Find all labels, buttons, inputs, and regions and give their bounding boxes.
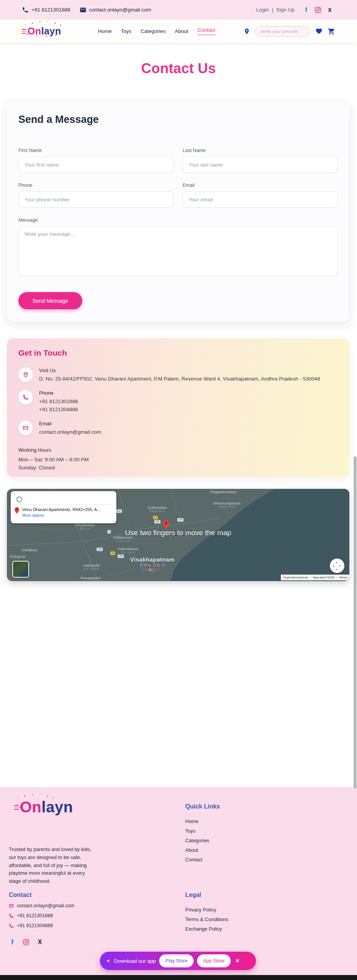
- nav-toys[interactable]: Toys: [121, 28, 132, 34]
- terms-link[interactable]: Terms: [337, 576, 349, 579]
- first-name-input[interactable]: [18, 157, 174, 173]
- footer-contact-phone-2[interactable]: +91 8121304888: [9, 923, 74, 928]
- nav-home[interactable]: Home: [98, 28, 112, 34]
- logo-speed-lines: [22, 29, 26, 34]
- nav-about[interactable]: About: [175, 28, 188, 34]
- mail-icon: [80, 7, 86, 13]
- nav-contact[interactable]: Contact: [197, 27, 215, 35]
- message-field-group: Message: [18, 217, 338, 278]
- signup-link[interactable]: Sign Up: [276, 7, 295, 13]
- instagram-icon[interactable]: [315, 7, 321, 13]
- phone-field-group: Phone: [18, 183, 174, 207]
- map-label-peda-narava: Peda Naravaపెద నరవ: [118, 547, 138, 555]
- send-message-card: Send a Message First Name Last Name Phon…: [7, 101, 349, 322]
- message-label: Message: [18, 217, 338, 223]
- footer-contact-title: Contact: [9, 892, 74, 898]
- auth-separator: |: [272, 7, 273, 13]
- map-label-rolugunta: Rolugunta: [10, 555, 26, 559]
- email-field-group: Email: [183, 183, 338, 207]
- footer-instagram-icon[interactable]: [23, 939, 29, 946]
- page-title: Contact Us: [0, 60, 357, 77]
- google-map-embed[interactable]: Thagarapuvalasa Kothavalasaకొత్తవలస Bhee…: [7, 489, 349, 581]
- topbar-auth-group: Login | Sign Up f X: [256, 7, 333, 13]
- logo-confetti: [25, 24, 26, 25]
- get-in-touch-card: Get in Touch Visit Us D. No. 25-84/42/FF…: [7, 338, 349, 477]
- footer-facebook-icon[interactable]: f: [9, 939, 16, 946]
- x-twitter-icon[interactable]: X: [326, 7, 333, 13]
- footer-phone-icon-1: [9, 913, 14, 918]
- footer-link-contact[interactable]: Contact: [185, 857, 220, 862]
- footer-contact-block: Contact contact.onlayn@gmail.com +91 812…: [9, 892, 74, 928]
- map-label-anakapalle: Anakapalleఅనకాపల్లి: [83, 564, 100, 571]
- phone-icon: [22, 7, 29, 13]
- logo-text-layn: layn: [41, 26, 61, 37]
- download-app-bar: ✦ Download our app Play Store App Store …: [100, 952, 256, 970]
- footer-legal-block: Legal Privacy Policy Terms & Conditions …: [185, 892, 228, 932]
- download-bar-close-icon[interactable]: ×: [236, 957, 240, 965]
- cart-icon[interactable]: [328, 28, 335, 35]
- visit-pin-icon: [18, 368, 33, 382]
- footer-quick-links: Quick Links Home Toys Categories About C…: [185, 803, 220, 862]
- map-red-marker[interactable]: [163, 520, 169, 529]
- quick-links-title: Quick Links: [185, 803, 220, 810]
- header-actions: [243, 26, 335, 37]
- phone-number-1: +91 8121301888: [39, 398, 78, 406]
- footer-link-toys[interactable]: Toys: [185, 828, 220, 834]
- footer-contact-phone-1[interactable]: +91 8121301888: [9, 913, 74, 918]
- email-circle-icon: [18, 421, 33, 435]
- facebook-icon[interactable]: f: [303, 7, 310, 13]
- google-logo: Google: [142, 567, 159, 572]
- footer-link-about[interactable]: About: [185, 847, 220, 853]
- topbar-email-link[interactable]: contact.onlayn@gmail.com: [80, 7, 151, 13]
- map-info-card: Venu Dharani Apartments, R942+255, A... …: [11, 491, 116, 523]
- route-badge-16-b: 16: [110, 551, 115, 555]
- map-pan-control[interactable]: ▴ ▾ ◂ ▸: [330, 559, 344, 573]
- more-options-link[interactable]: More options: [22, 513, 101, 518]
- footer-link-privacy[interactable]: Privacy Policy: [185, 907, 228, 913]
- email-input[interactable]: [183, 191, 338, 207]
- page-scrollbar-thumb[interactable]: [354, 456, 357, 789]
- footer-about-text: Trusted by parents and loved by kids, ou…: [9, 846, 95, 885]
- footer-x-twitter-icon[interactable]: X: [36, 939, 43, 946]
- form-heading: Send a Message: [18, 114, 338, 126]
- topbar-phone-text: +91 8121301888: [31, 7, 70, 13]
- message-textarea[interactable]: [18, 226, 338, 276]
- email-title: Email: [39, 421, 101, 426]
- site-footer: Onlayn Trusted by parents and loved by k…: [0, 787, 357, 975]
- topbar-phone-link[interactable]: +91 8121301888: [22, 7, 70, 13]
- route-badge-151: 151: [154, 520, 161, 524]
- keyboard-shortcuts-link[interactable]: Keyboard shortcuts: [281, 576, 310, 579]
- route-badge-142: 142: [116, 509, 122, 513]
- app-store-button[interactable]: App Store: [197, 954, 231, 967]
- working-hours-sunday: Sunday: Closed: [18, 464, 338, 472]
- phone-input[interactable]: [18, 191, 174, 207]
- map-data-text: Map data ©2025: [310, 576, 337, 579]
- play-store-button[interactable]: Play Store: [159, 954, 194, 967]
- first-name-label: First Name: [18, 148, 174, 153]
- footer-link-home[interactable]: Home: [185, 818, 220, 824]
- footer-link-terms[interactable]: Terms & Conditions: [185, 916, 228, 922]
- phone-title: Phone: [39, 390, 78, 396]
- footer-logo: Onlayn: [14, 799, 73, 816]
- pincode-input[interactable]: [255, 26, 310, 37]
- location-pin-icon: [243, 28, 250, 35]
- nav-categories[interactable]: Categories: [141, 28, 166, 34]
- send-message-button[interactable]: Send Message: [18, 292, 82, 309]
- phone-number-2: +91 8121304888: [39, 406, 78, 414]
- footer-link-categories[interactable]: Categories: [185, 838, 220, 843]
- footer-logo-speed-lines: [14, 805, 19, 810]
- wishlist-heart-icon[interactable]: [315, 28, 323, 35]
- map-gesture-hint: Use two fingers to move the map: [7, 529, 349, 537]
- route-badge-144: 144: [177, 518, 184, 522]
- login-link[interactable]: Login: [256, 7, 269, 13]
- form-grid: First Name Last Name Phone Email: [18, 148, 338, 207]
- onlayn-logo[interactable]: Onlayn: [22, 26, 61, 37]
- phone-item: Phone +91 8121301888 +91 8121304888: [18, 390, 338, 414]
- satellite-view-toggle[interactable]: [12, 561, 29, 578]
- footer-link-exchange[interactable]: Exchange Policy: [185, 926, 228, 932]
- last-name-input[interactable]: [183, 157, 338, 173]
- footer-contact-email[interactable]: contact.onlayn@gmail.com: [9, 903, 74, 908]
- email-label: Email: [183, 183, 338, 188]
- route-badge-16-a: 16: [153, 516, 158, 519]
- site-header: Onlayn Home Toys Categories About Contac…: [0, 20, 357, 43]
